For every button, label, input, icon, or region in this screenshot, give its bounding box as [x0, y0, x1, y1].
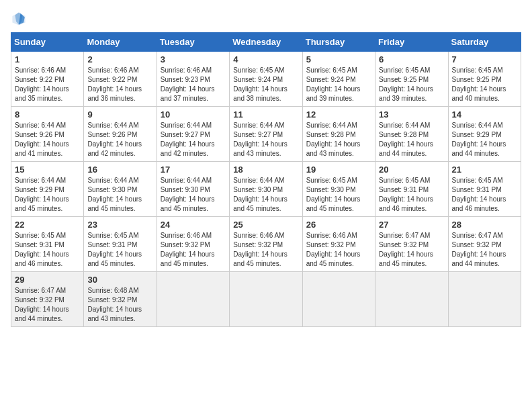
calendar-week-row: 8 Sunrise: 6:44 AMSunset: 9:26 PMDayligh… — [11, 107, 521, 162]
day-cell: 9 Sunrise: 6:44 AMSunset: 9:26 PMDayligh… — [84, 107, 157, 162]
day-cell: 16 Sunrise: 6:44 AMSunset: 9:30 PMDaylig… — [84, 162, 157, 217]
day-cell: 10 Sunrise: 6:44 AMSunset: 9:27 PMDaylig… — [157, 107, 229, 162]
day-cell: 11 Sunrise: 6:44 AMSunset: 9:27 PMDaylig… — [230, 107, 302, 162]
calendar-week-row: 29 Sunrise: 6:47 AMSunset: 9:32 PMDaylig… — [11, 272, 521, 327]
day-cell: 6 Sunrise: 6:45 AMSunset: 9:25 PMDayligh… — [375, 52, 448, 107]
col-sunday: Sunday — [11, 33, 84, 52]
col-thursday: Thursday — [302, 33, 375, 52]
col-tuesday: Tuesday — [157, 33, 229, 52]
day-cell: 28 Sunrise: 6:47 AMSunset: 9:32 PMDaylig… — [448, 217, 521, 272]
day-cell: 30 Sunrise: 6:48 AMSunset: 9:32 PMDaylig… — [84, 272, 157, 327]
col-friday: Friday — [375, 33, 448, 52]
day-cell: 27 Sunrise: 6:47 AMSunset: 9:32 PMDaylig… — [375, 217, 448, 272]
day-cell: 2 Sunrise: 6:46 AMSunset: 9:22 PMDayligh… — [84, 52, 157, 107]
day-cell: 20 Sunrise: 6:45 AMSunset: 9:31 PMDaylig… — [375, 162, 448, 217]
day-cell: 22 Sunrise: 6:45 AMSunset: 9:31 PMDaylig… — [11, 217, 84, 272]
day-cell: 29 Sunrise: 6:47 AMSunset: 9:32 PMDaylig… — [11, 272, 84, 327]
day-cell: 7 Sunrise: 6:45 AMSunset: 9:25 PMDayligh… — [448, 52, 521, 107]
empty-cell — [448, 272, 521, 327]
day-cell: 15 Sunrise: 6:44 AMSunset: 9:29 PMDaylig… — [11, 162, 84, 217]
day-cell: 19 Sunrise: 6:45 AMSunset: 9:30 PMDaylig… — [302, 162, 375, 217]
col-wednesday: Wednesday — [230, 33, 302, 52]
empty-cell — [230, 272, 302, 327]
calendar-table: Sunday Monday Tuesday Wednesday Thursday… — [11, 32, 521, 327]
day-cell: 14 Sunrise: 6:44 AMSunset: 9:29 PMDaylig… — [448, 107, 521, 162]
day-cell: 21 Sunrise: 6:45 AMSunset: 9:31 PMDaylig… — [448, 162, 521, 217]
empty-cell — [157, 272, 229, 327]
day-cell: 26 Sunrise: 6:46 AMSunset: 9:32 PMDaylig… — [302, 217, 375, 272]
day-cell: 17 Sunrise: 6:44 AMSunset: 9:30 PMDaylig… — [157, 162, 229, 217]
col-monday: Monday — [84, 33, 157, 52]
header-row: Sunday Monday Tuesday Wednesday Thursday… — [11, 33, 521, 52]
day-cell: 4 Sunrise: 6:45 AMSunset: 9:24 PMDayligh… — [230, 52, 302, 107]
empty-cell — [375, 272, 448, 327]
header — [11, 11, 521, 27]
day-cell: 12 Sunrise: 6:44 AMSunset: 9:28 PMDaylig… — [302, 107, 375, 162]
day-cell: 24 Sunrise: 6:46 AMSunset: 9:32 PMDaylig… — [157, 217, 229, 272]
logo — [11, 11, 30, 27]
calendar-week-row: 22 Sunrise: 6:45 AMSunset: 9:31 PMDaylig… — [11, 217, 521, 272]
day-cell: 8 Sunrise: 6:44 AMSunset: 9:26 PMDayligh… — [11, 107, 84, 162]
empty-cell — [302, 272, 375, 327]
day-cell: 13 Sunrise: 6:44 AMSunset: 9:28 PMDaylig… — [375, 107, 448, 162]
calendar-week-row: 15 Sunrise: 6:44 AMSunset: 9:29 PMDaylig… — [11, 162, 521, 217]
calendar-week-row: 1 Sunrise: 6:46 AMSunset: 9:22 PMDayligh… — [11, 52, 521, 107]
day-cell: 23 Sunrise: 6:45 AMSunset: 9:31 PMDaylig… — [84, 217, 157, 272]
day-cell: 3 Sunrise: 6:46 AMSunset: 9:23 PMDayligh… — [157, 52, 229, 107]
logo-icon — [11, 11, 27, 27]
day-cell: 25 Sunrise: 6:46 AMSunset: 9:32 PMDaylig… — [230, 217, 302, 272]
day-cell: 5 Sunrise: 6:45 AMSunset: 9:24 PMDayligh… — [302, 52, 375, 107]
col-saturday: Saturday — [448, 33, 521, 52]
day-cell: 1 Sunrise: 6:46 AMSunset: 9:22 PMDayligh… — [11, 52, 84, 107]
day-cell: 18 Sunrise: 6:44 AMSunset: 9:30 PMDaylig… — [230, 162, 302, 217]
